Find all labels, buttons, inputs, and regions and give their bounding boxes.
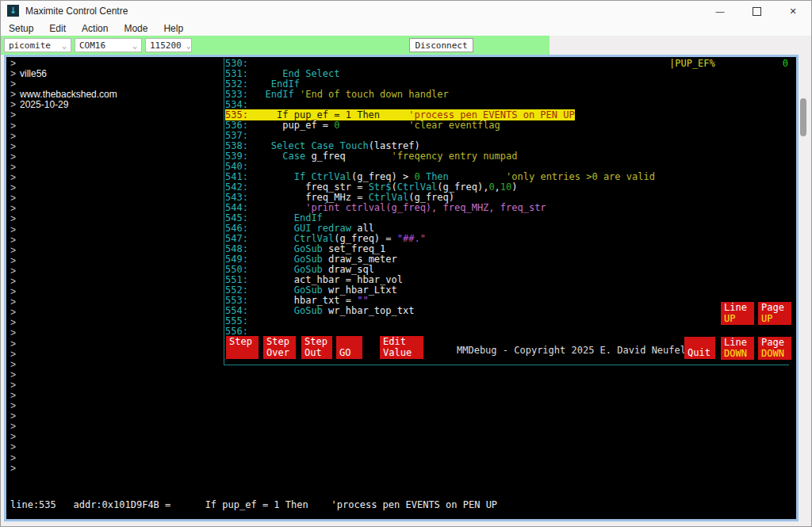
prompt-char: > — [10, 109, 16, 120]
console-line: > — [10, 173, 117, 183]
step-button[interactable]: Step — [226, 336, 259, 359]
console-line: > — [10, 432, 117, 442]
device-select[interactable]: picomite ⌄ — [4, 38, 71, 52]
line-number: 554: — [225, 305, 248, 316]
prompt-char: > — [10, 441, 16, 453]
console-line: > — [10, 307, 117, 318]
prompt-char: > — [10, 349, 16, 360]
prompt-char: > — [10, 327, 16, 338]
console-line: > — [10, 121, 117, 132]
console-line: > — [10, 256, 117, 266]
prompt-char: > — [10, 463, 16, 474]
prompt-char: > — [10, 317, 16, 328]
line-number: 544: — [225, 202, 248, 213]
disconnect-button[interactable]: Disconnect — [409, 38, 473, 52]
app-icon: ↓ — [7, 5, 19, 17]
prompt-char: > — [10, 235, 16, 246]
edit-value-button[interactable]: EditValue — [380, 336, 423, 359]
menu-help[interactable]: Help — [155, 23, 191, 34]
line-number: 548: — [225, 243, 248, 254]
line-number: 537: — [225, 130, 248, 141]
line-number: 542: — [225, 181, 248, 193]
prompt-char: > — [10, 400, 16, 411]
line-number: 532: — [225, 78, 248, 90]
prompt-char: > — [10, 162, 16, 173]
maximize-button[interactable] — [738, 1, 775, 21]
prompt-char: > — [10, 172, 16, 183]
minimize-button[interactable]: — — [702, 1, 738, 21]
console-line: > — [10, 370, 117, 380]
prompt-char: > — [10, 213, 16, 224]
quit-button[interactable]: Quit — [684, 337, 715, 359]
prompt-char: > — [10, 411, 16, 422]
prompt-char: > — [10, 286, 16, 297]
prompt-char: > — [10, 68, 16, 79]
close-button[interactable]: ✕ — [775, 1, 811, 21]
terminal[interactable]: >>ville56>>www.thebackshed.com>2025-10-2… — [4, 55, 799, 521]
console-line: > — [10, 193, 117, 204]
prompt-char: > — [10, 390, 16, 401]
menu-mode[interactable]: Mode — [116, 23, 155, 34]
console-line: > — [10, 162, 117, 173]
line-number: 536: — [225, 120, 248, 131]
console-line: > — [10, 442, 117, 453]
console-line: > — [10, 214, 117, 224]
code-line: 555: — [225, 316, 655, 327]
line-number: 535: — [225, 109, 248, 120]
prompt-char: > — [10, 193, 16, 204]
line-number: 538: — [225, 140, 248, 151]
menu-action[interactable]: Action — [74, 23, 116, 34]
console-line: > — [10, 287, 117, 297]
scrollbar-thumb[interactable] — [800, 98, 806, 136]
line-number: 540: — [225, 161, 248, 172]
prompt-char: > — [10, 369, 16, 380]
line-number: 541: — [225, 171, 248, 182]
watch-variable-value: 0 — [783, 59, 788, 69]
line-number: 546: — [225, 223, 248, 234]
prompt-char: > — [10, 421, 16, 432]
console-line: > — [10, 391, 117, 401]
page-down-button[interactable]: PageDOWN — [758, 337, 791, 360]
line-down-button[interactable]: LineDOWN — [721, 337, 754, 360]
toolbar: picomite ⌄ COM16 ⌄ 115200 ⌄ Disconnect — [1, 36, 811, 55]
console-line: > — [10, 422, 117, 432]
line-up-button[interactable]: LineUP — [721, 302, 754, 325]
com-port-select-value: COM16 — [79, 40, 105, 51]
prompt-char: > — [10, 453, 16, 464]
step-out-button[interactable]: StepOut — [301, 336, 332, 359]
menu-setup[interactable]: Setup — [1, 23, 41, 34]
menu-edit[interactable]: Edit — [41, 23, 74, 34]
line-number: 543: — [225, 192, 248, 203]
line-number: 545: — [225, 212, 248, 223]
line-number: 531: — [225, 68, 248, 79]
console-line: > — [10, 464, 117, 474]
prompt-char: > — [10, 58, 16, 69]
watch-variable-name: |PUP_EF% — [669, 59, 715, 69]
go-button[interactable]: GO — [336, 336, 362, 359]
baud-rate-select[interactable]: 115200 ⌄ — [145, 38, 192, 52]
window-title: Maximite Control Centre — [25, 6, 128, 17]
prompt-char: > — [10, 78, 16, 90]
step-over-button[interactable]: StepOver — [263, 336, 296, 359]
console-line: > — [10, 266, 117, 277]
com-port-select[interactable]: COM16 ⌄ — [75, 38, 142, 52]
prompt-char: > — [10, 255, 16, 266]
current-line-info: line:535 addr:0x101D9F4B = If pup_ef = 1… — [10, 500, 767, 510]
prompt-char: > — [10, 203, 16, 214]
line-number: 556: — [225, 326, 248, 337]
prompt-char: > — [10, 120, 16, 132]
console-line: > — [10, 183, 117, 193]
console-line: > — [10, 152, 117, 162]
prompt-char: > — [10, 141, 16, 152]
mmdebug-copyright: MMDebug - Copyright 2025 E. David Neufel… — [457, 345, 697, 356]
line-number: 547: — [225, 233, 248, 244]
window-controls: — ✕ — [702, 1, 811, 21]
console-line: > — [10, 360, 117, 370]
line-number: 533: — [225, 89, 248, 100]
line-number: 550: — [225, 264, 248, 275]
page-up-button[interactable]: PageUP — [758, 302, 791, 325]
line-number: 553: — [225, 295, 248, 306]
console-text: 2025-10-29 — [16, 99, 68, 110]
prompt-char: > — [10, 431, 16, 442]
console-line: > — [10, 411, 117, 422]
